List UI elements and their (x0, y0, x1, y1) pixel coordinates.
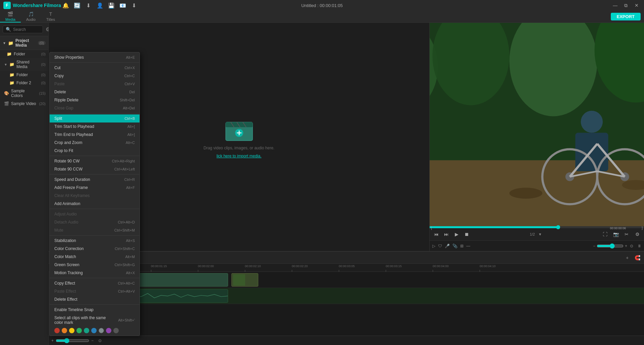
sample-colors-item[interactable]: 🎨 Sample Colors (15) (0, 87, 48, 100)
swatch-orange[interactable] (62, 328, 67, 333)
timeline-fit-icon[interactable]: ⊙ (98, 338, 102, 343)
ctx-rotate-cw[interactable]: Rotate 90 CW Ctrl+Alt+Right (50, 157, 140, 165)
render-icon[interactable]: ▷ (432, 244, 435, 248)
swatch-indigo[interactable] (99, 328, 104, 333)
ctx-stabilization[interactable]: Stabilization Alt+S (50, 237, 140, 245)
play-button[interactable]: ▶ (452, 230, 461, 238)
ctx-split[interactable]: Split Ctrl+B (50, 114, 140, 122)
fit-icon[interactable]: ⊙ (630, 244, 633, 248)
folder2-count: (0) (41, 81, 46, 85)
zoom-control[interactable]: − + (593, 243, 627, 249)
skip-back-button[interactable]: ⏮ (432, 230, 440, 238)
ctx-speed-duration[interactable]: Speed and Duration Ctrl+R (50, 176, 140, 184)
shared-media-header[interactable]: ▼ 📁 Shared Media (0) (0, 58, 48, 71)
sync-icon[interactable]: 🔄 (72, 1, 82, 10)
settings-preview-button[interactable]: ⚙ (633, 230, 641, 238)
ctx-add-animation[interactable]: Add Animation (50, 200, 140, 208)
search-input[interactable] (13, 27, 40, 32)
zoom-slider[interactable] (597, 243, 624, 249)
ctx-crop-zoom[interactable]: Crop and Zoom Alt+C (50, 139, 140, 147)
account-icon[interactable]: 👤 (95, 1, 105, 10)
ctx-copy[interactable]: Copy Ctrl+C (50, 72, 140, 80)
close-button[interactable]: ✕ (633, 1, 641, 9)
ctx-green-screen[interactable]: Green Screen Ctrl+Shift+G (50, 261, 140, 269)
ctx-ripple-delete[interactable]: Ripple Delete Shift+Del (50, 96, 140, 104)
download-icon[interactable]: ⬇ (84, 1, 93, 10)
project-media-header[interactable]: ▼ 📁 Project Media (0) (0, 36, 48, 50)
save-icon[interactable]: 💾 (107, 1, 116, 10)
step-back-button[interactable]: ⏭ (442, 230, 450, 238)
pause-alt-icon[interactable]: ⏸ (637, 244, 641, 248)
tab-audio[interactable]: 🎵 Audio (21, 11, 41, 22)
update-icon[interactable]: ⬇ (129, 1, 139, 10)
zoom-plus[interactable]: + (625, 244, 627, 248)
ctx-crop-fit-label: Crop to Fit (54, 148, 128, 153)
swatch-yellow[interactable] (69, 328, 74, 333)
minimize-button[interactable]: — (611, 1, 619, 9)
ctx-rotate-ccw[interactable]: Rotate 90 CCW Ctrl+Alt+Left (50, 165, 140, 173)
swatch-blue[interactable] (91, 328, 97, 333)
magnet-button[interactable]: 🧲 (633, 254, 641, 262)
export-button[interactable]: EXPORT (611, 13, 641, 20)
timeline-zoom-out[interactable]: − (91, 338, 94, 343)
preview-secondary-controls: ▷ 🛡 🎤 📎 ⊞ — − + ⊙ ⏸ (430, 240, 644, 251)
window-controls: — ⧉ ✕ (611, 1, 641, 9)
ctx-adjust-audio: Adjust Audio (50, 210, 140, 218)
preview-progress-bar[interactable]: [ ] 00:00:00:06 (430, 226, 644, 228)
timeline-zoom-slider[interactable] (56, 338, 89, 343)
ctx-delete[interactable]: Delete Del (50, 88, 140, 96)
stretch-icon[interactable]: ⊞ (460, 244, 464, 248)
svg-rect-1 (226, 122, 253, 127)
ctx-freeze-frame[interactable]: Add Freeze Frame Alt+F (50, 184, 140, 192)
ctx-trim-end[interactable]: Trim End to Playhead Alt+] (50, 131, 140, 139)
shield-icon[interactable]: 🛡 (438, 244, 442, 248)
tree-item-folder-shared[interactable]: 📁 Folder (0) (0, 71, 48, 79)
sample-video-icon: 🎬 (4, 101, 9, 106)
import-link[interactable]: lick here to import media. (216, 154, 261, 158)
titles-tab-icon: T (49, 11, 52, 17)
clip-icon[interactable]: 📎 (452, 244, 458, 248)
ctx-color-match[interactable]: Color Match Alt+M (50, 253, 140, 261)
add-track-button[interactable]: + (623, 254, 631, 262)
swatch-green[interactable] (76, 328, 82, 333)
zoom-out-icon[interactable]: — (466, 244, 470, 248)
tree-item-folder2[interactable]: 📁 Folder 2 (0) (0, 79, 48, 87)
search-input-container[interactable]: 🔍 (3, 26, 43, 33)
ctx-crop-fit[interactable]: Crop to Fit (50, 147, 140, 155)
ctx-trim-start[interactable]: Trim Start to Playhead Alt+[ (50, 122, 140, 131)
stop-button[interactable]: ⏹ (463, 230, 471, 238)
ctx-motion-tracking[interactable]: Motion Tracking Alt+X (50, 269, 140, 277)
swatch-red[interactable] (54, 328, 60, 333)
swatch-gray[interactable] (113, 328, 119, 333)
timeline-zoom-in[interactable]: + (51, 338, 54, 343)
maximize-button[interactable]: ⧉ (622, 1, 630, 9)
titles-tab-label: Titles (46, 17, 55, 21)
ctx-copy-effect-label: Copy Effect (54, 281, 111, 286)
shared-collapse-icon[interactable]: ▼ (4, 63, 7, 66)
zoom-minus[interactable]: − (593, 244, 595, 248)
ctx-copy-effect[interactable]: Copy Effect Ctrl+Alt+C (50, 279, 140, 287)
fullscreen-button[interactable]: ⛶ (601, 230, 609, 238)
screenshot-button[interactable]: 📷 (612, 230, 620, 238)
ctx-show-properties[interactable]: Show Properties Alt+E (50, 53, 140, 61)
ctx-color-correction[interactable]: Color Correction Ctrl+Shift+C (50, 245, 140, 253)
ctx-enable-snap[interactable]: Enable Timeline Snap (50, 306, 140, 314)
ctx-speed-duration-shortcut: Ctrl+R (124, 178, 135, 182)
sample-video-item[interactable]: 🎬 Sample Video (20) (0, 100, 48, 108)
tab-titles[interactable]: T Titles (41, 11, 60, 22)
swatch-teal[interactable] (84, 328, 89, 333)
swatch-purple[interactable] (106, 328, 111, 333)
tree-item-folder[interactable]: 📁 Folder (0) (0, 50, 48, 58)
tab-media[interactable]: 🎬 Media (0, 11, 21, 22)
collapse-icon[interactable]: ▼ (3, 41, 6, 45)
mail-icon[interactable]: 📧 (118, 1, 127, 10)
mic-icon[interactable]: 🎤 (445, 244, 450, 248)
ctx-delete-effect[interactable]: Delete Effect (50, 295, 140, 303)
resolution-dropdown[interactable]: ▼ (538, 232, 542, 236)
notification-icon[interactable]: 🔔 (61, 1, 70, 10)
ctx-select-same-color[interactable]: Select all clips with the same color mar… (50, 314, 140, 327)
clip-2[interactable] (231, 273, 258, 287)
split-button[interactable]: ✂ (623, 230, 631, 238)
ctx-cut[interactable]: Cut Ctrl+X (50, 64, 140, 72)
drop-text-link[interactable]: lick here to import media. (216, 154, 261, 158)
